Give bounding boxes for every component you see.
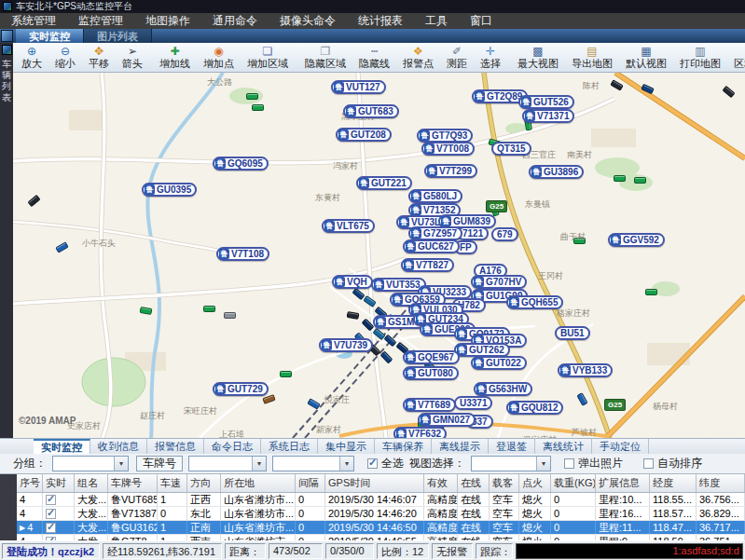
vehicle-plate-label[interactable]: 鲁GQU812: [506, 401, 563, 415]
plate-select-1[interactable]: ▾: [188, 456, 267, 471]
toolbar-button-export-map[interactable]: ▤导出地图: [565, 43, 619, 72]
vehicle-marker-icon[interactable]: [634, 177, 646, 184]
vehicle-marker-icon[interactable]: [722, 86, 735, 99]
vehicle-plate-label[interactable]: 679: [491, 227, 518, 241]
toolbar-button-max-view[interactable]: ▩最大视图: [511, 43, 565, 72]
menu-item[interactable]: 地图操作: [134, 13, 201, 29]
column-header[interactable]: 所在地: [221, 474, 296, 492]
column-header[interactable]: 间隔: [296, 474, 325, 492]
bottom-tab[interactable]: 系统日志: [261, 439, 318, 454]
vehicle-marker-icon[interactable]: [203, 306, 215, 312]
toolbar-button-add-point[interactable]: ◉增加点: [197, 43, 241, 72]
vehicle-plate-label[interactable]: 鲁GU3896: [529, 165, 584, 179]
realtime-checkbox[interactable]: [46, 509, 56, 519]
vehicle-plate-label[interactable]: 鲁GUT022: [471, 356, 527, 370]
vehicle-plate-label[interactable]: 鲁V7T108: [216, 247, 269, 261]
group-select[interactable]: ▾: [52, 456, 129, 471]
vehicle-marker-icon[interactable]: [224, 312, 236, 319]
vehicle-plate-label[interactable]: 鲁G7Z957: [408, 226, 462, 240]
toolbar-button-arrow-cursor[interactable]: ➢箭头: [116, 43, 149, 72]
vehicle-plate-label[interactable]: 鲁G580LJ: [408, 189, 462, 203]
vehicle-plate-label[interactable]: 鲁GUT526: [518, 95, 574, 109]
vehicle-plate-label[interactable]: 鲁G563HW: [474, 382, 532, 396]
bottom-tab[interactable]: 报警信息: [147, 439, 204, 454]
menu-item[interactable]: 摄像头命令: [269, 13, 347, 29]
toolbar-button-hide-region[interactable]: ❐隐藏区域: [298, 43, 352, 72]
vehicle-plate-label[interactable]: 鲁GUT221: [356, 176, 412, 190]
vehicle-plate-label[interactable]: 鲁VUT127: [331, 80, 386, 94]
toolbar-button-measure[interactable]: ✐测距: [440, 43, 474, 72]
vehicle-marker-icon[interactable]: [576, 392, 588, 406]
auto-sort-checkbox[interactable]: [643, 458, 654, 469]
bottom-tab[interactable]: 车辆保养: [375, 439, 432, 454]
toolbar-button-print-map[interactable]: ▥打印地图: [673, 43, 727, 72]
bottom-tab[interactable]: 离线提示: [432, 439, 489, 454]
vehicle-marker-icon[interactable]: [55, 241, 69, 253]
bottom-tab[interactable]: 登退签: [489, 439, 535, 454]
vehicle-marker-icon[interactable]: [246, 93, 258, 100]
vehicle-plate-label[interactable]: 鲁V71371: [522, 109, 574, 123]
vehicle-marker-icon[interactable]: [614, 175, 626, 182]
vehicle-plate-label[interactable]: 鲁VYB133: [558, 363, 613, 377]
column-header[interactable]: 车牌号: [108, 474, 158, 492]
toolbar-button-add-region[interactable]: ❏增加区域: [241, 43, 295, 72]
toolbar-button-zoom-out[interactable]: ⊖缩小: [48, 43, 82, 72]
bottom-tab[interactable]: 集中显示: [318, 439, 375, 454]
vehicle-marker-icon[interactable]: [610, 79, 624, 91]
menu-item[interactable]: 监控管理: [67, 13, 134, 29]
popup-photo-checkbox[interactable]: [564, 458, 574, 469]
menu-item[interactable]: 统计报表: [347, 13, 414, 29]
toolbar-button-zoom-in[interactable]: ⊕放大: [15, 43, 48, 72]
vehicle-plate-label[interactable]: 鲁GT7Q93: [417, 129, 473, 143]
column-header[interactable]: 扩展信息: [596, 474, 650, 492]
map-canvas[interactable]: 大公路陈村黑牛王村西三官庄南美村冯家村小牛石头东黄村东曼镇曲于村王冈村格家庄村悦…: [13, 73, 745, 438]
bottom-tab[interactable]: 离线统计: [535, 439, 592, 454]
vehicle-marker-icon[interactable]: [139, 307, 152, 315]
vehicle-marker-icon[interactable]: [27, 195, 40, 208]
view-select[interactable]: ▾: [471, 456, 551, 471]
vehicle-marker-icon[interactable]: [363, 295, 377, 307]
vehicle-plate-label[interactable]: 鲁GQ6095: [213, 157, 269, 171]
menu-item[interactable]: 工具: [414, 13, 459, 29]
toolbar-button-pan-hand[interactable]: ✥平移: [82, 43, 116, 72]
column-header[interactable]: 有效: [424, 474, 458, 492]
bottom-tab[interactable]: 手动定位: [592, 439, 649, 454]
vehicle-plate-label[interactable]: 鲁GU0395: [142, 183, 197, 197]
menu-item[interactable]: 系统管理: [0, 13, 67, 29]
column-header[interactable]: 载客: [490, 474, 519, 492]
column-header[interactable]: 点火: [519, 474, 551, 492]
vehicle-plate-label[interactable]: 鲁V7T689: [403, 398, 456, 412]
column-header[interactable]: 车速: [158, 474, 187, 492]
vehicle-plate-label[interactable]: 鲁GUT729: [213, 382, 269, 396]
vehicle-plate-label[interactable]: 鲁V7T299: [424, 164, 477, 178]
vehicle-plate-label[interactable]: QT315: [491, 142, 531, 156]
table-row[interactable]: 4大发...鲁V713870东北山东省潍坊市...02019/5/30 14:4…: [17, 507, 745, 521]
toolbar-button-region-search[interactable]: ⊙区域查车: [727, 43, 745, 72]
vehicle-plate-label[interactable]: 鲁GMN027: [418, 413, 476, 427]
vehicle-plate-label[interactable]: 鲁GUT080: [403, 366, 459, 380]
vehicle-plate-label[interactable]: 鲁GUT208: [336, 128, 392, 142]
bottom-tab[interactable]: 命令日志: [204, 439, 261, 454]
vehicle-marker-icon[interactable]: [641, 84, 655, 95]
vehicle-plate-label[interactable]: 鲁VQH: [332, 275, 373, 289]
vehicle-marker-icon[interactable]: [346, 311, 359, 320]
vehicle-plate-label[interactable]: 鲁G707HV: [471, 275, 527, 289]
vehicle-marker-icon[interactable]: [252, 104, 264, 111]
toolbar-button-default-view[interactable]: ▦默认视图: [619, 43, 673, 72]
vehicle-list-side-tab[interactable]: 车辆列表: [0, 43, 13, 438]
vehicle-marker-icon[interactable]: [645, 289, 657, 295]
vehicle-plate-label[interactable]: 鲁V7T008: [421, 142, 475, 156]
vehicle-plate-label[interactable]: 鲁V7F632: [393, 427, 447, 438]
vehicle-plate-label[interactable]: 鲁GUT262: [454, 343, 510, 357]
column-header[interactable]: 实时: [43, 474, 75, 492]
column-header[interactable]: 在线: [458, 474, 490, 492]
vehicle-marker-icon[interactable]: [379, 350, 393, 363]
menu-item[interactable]: 窗口: [459, 13, 504, 29]
table-row[interactable]: ▶4大发...鲁GU31621正南山东省潍坊市...02019/5/30 14:…: [17, 521, 745, 535]
bottom-tab[interactable]: 实时监控: [34, 439, 90, 454]
vehicle-plate-label[interactable]: 鲁GQH655: [506, 295, 563, 309]
column-header[interactable]: GPS时间: [325, 474, 424, 492]
vehicle-plate-label[interactable]: 鲁V7T827: [401, 258, 454, 272]
vehicle-plate-label[interactable]: 鲁V7U739: [319, 338, 373, 352]
vehicle-plate-label[interactable]: 鲁GUC627: [403, 239, 460, 253]
